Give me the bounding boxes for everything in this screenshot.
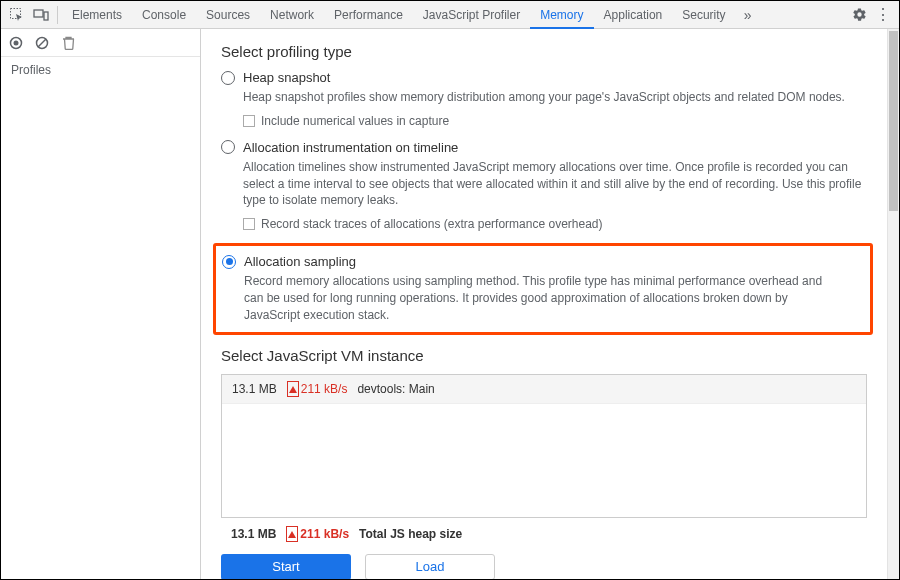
kebab-menu-icon[interactable]: ⋮ [871, 2, 895, 28]
vm-instance-list[interactable]: 13.1 MB 211 kB/s devtools: Main [221, 374, 867, 518]
vm-size: 13.1 MB [232, 382, 277, 396]
settings-icon[interactable] [847, 2, 871, 28]
arrow-up-icon [288, 531, 296, 538]
separator [57, 6, 58, 24]
svg-rect-2 [44, 12, 48, 20]
option-label[interactable]: Heap snapshot [243, 70, 330, 85]
tab-application[interactable]: Application [594, 1, 673, 29]
profiling-type-title: Select profiling type [221, 43, 887, 60]
total-size: 13.1 MB [231, 527, 276, 541]
devtools-tab-bar: Elements Console Sources Network Perform… [1, 1, 899, 29]
total-rate: 211 kB/s [286, 526, 349, 542]
more-tabs-icon[interactable]: » [736, 2, 760, 28]
vm-instance-row[interactable]: 13.1 MB 211 kB/s devtools: Main [222, 375, 866, 404]
option-allocation-timeline: Allocation instrumentation on timeline A… [221, 140, 887, 231]
scrollbar[interactable] [887, 29, 899, 579]
option-desc: Allocation timelines show instrumented J… [243, 159, 867, 209]
tab-memory[interactable]: Memory [530, 1, 593, 29]
svg-point-4 [14, 40, 19, 45]
left-sidebar: Profiles [1, 29, 201, 579]
arrow-up-icon [289, 386, 297, 393]
load-button[interactable]: Load [365, 554, 495, 579]
inspect-icon[interactable] [5, 2, 29, 28]
option-heap-snapshot: Heap snapshot Heap snapshot profiles sho… [221, 70, 887, 128]
checkbox-label[interactable]: Record stack traces of allocations (extr… [261, 217, 603, 231]
tab-sources[interactable]: Sources [196, 1, 260, 29]
profiles-section-header: Profiles [1, 57, 200, 83]
option-desc: Heap snapshot profiles show memory distr… [243, 89, 867, 106]
tab-security[interactable]: Security [672, 1, 735, 29]
device-toolbar-icon[interactable] [29, 2, 53, 28]
vm-name: devtools: Main [357, 382, 434, 396]
vm-instance-title: Select JavaScript VM instance [221, 347, 887, 364]
tab-elements[interactable]: Elements [62, 1, 132, 29]
total-label: Total JS heap size [359, 527, 462, 541]
clear-icon[interactable] [33, 34, 51, 52]
option-label[interactable]: Allocation sampling [244, 254, 356, 269]
vm-rate: 211 kB/s [287, 381, 348, 397]
memory-panel: Select profiling type Heap snapshot Heap… [201, 29, 899, 579]
svg-line-6 [38, 39, 46, 47]
checkbox-stack-traces[interactable] [243, 218, 255, 230]
radio-allocation-sampling[interactable] [222, 255, 236, 269]
record-icon[interactable] [7, 34, 25, 52]
action-buttons: Start Load [221, 550, 887, 579]
checkbox-numerical-values[interactable] [243, 115, 255, 127]
svg-rect-1 [34, 10, 43, 17]
option-desc: Record memory allocations using sampling… [244, 273, 840, 323]
highlighted-option: Allocation sampling Record memory alloca… [213, 243, 873, 334]
delete-icon[interactable] [59, 34, 77, 52]
option-label[interactable]: Allocation instrumentation on timeline [243, 140, 458, 155]
start-button[interactable]: Start [221, 554, 351, 579]
tab-network[interactable]: Network [260, 1, 324, 29]
tab-js-profiler[interactable]: JavaScript Profiler [413, 1, 530, 29]
heap-size-footer: 13.1 MB 211 kB/s Total JS heap size [221, 518, 887, 550]
profiles-toolbar [1, 29, 200, 57]
radio-allocation-timeline[interactable] [221, 140, 235, 154]
checkbox-label[interactable]: Include numerical values in capture [261, 114, 449, 128]
tab-console[interactable]: Console [132, 1, 196, 29]
radio-heap-snapshot[interactable] [221, 71, 235, 85]
tab-performance[interactable]: Performance [324, 1, 413, 29]
scrollbar-thumb[interactable] [889, 31, 898, 211]
